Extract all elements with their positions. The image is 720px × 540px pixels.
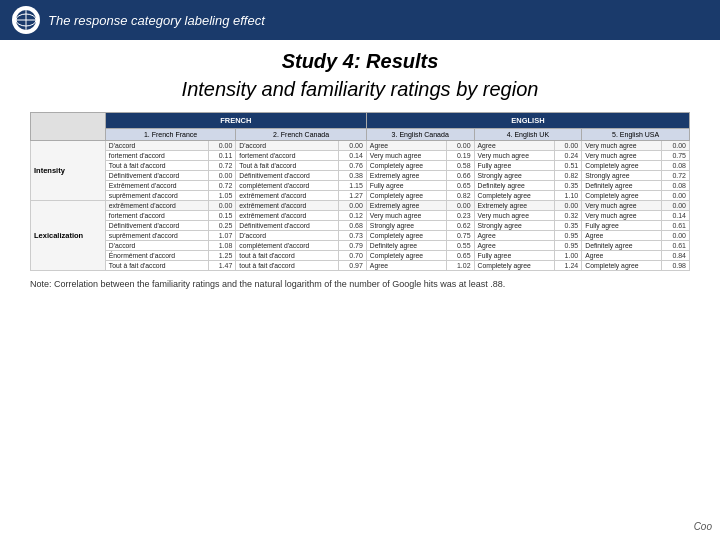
l-en5-term-4: Agree [582, 231, 662, 241]
intensity-section-row: Intensity D'accord 0.00 D'accord 0.00 Ag… [31, 141, 690, 151]
i-en4-term-4: Strongly agree [474, 171, 554, 181]
i-fr1-val-4: 0.00 [208, 171, 235, 181]
l-fr2-term-6: tout à fait d'accord [236, 251, 339, 261]
i-en4-term-6: Completely agree [474, 191, 554, 201]
l-en3-val-5: 0.55 [447, 241, 474, 251]
i-fr2-val-5: 1.15 [339, 181, 366, 191]
col-english-uk: 4. English UK [474, 129, 582, 141]
l-fr2-val-3: 0.68 [339, 221, 366, 231]
l-en3-term-7: Agree [366, 261, 446, 271]
header-bar: The response category labeling effect [0, 0, 720, 40]
l-fr1-term-6: Énormément d'accord [105, 251, 208, 261]
i-fr2-term-6: extrêmement d'accord [236, 191, 339, 201]
i-fr1-val-1: 0.00 [208, 141, 235, 151]
l-en5-term-6: Agree [582, 251, 662, 261]
l-fr2-term-2: extrêmement d'accord [236, 211, 339, 221]
l-en5-term-7: Completely agree [582, 261, 662, 271]
l-fr1-val-6: 1.25 [208, 251, 235, 261]
i-fr1-term-3: Tout à fait d'accord [105, 161, 208, 171]
l-en5-term-3: Fully agree [582, 221, 662, 231]
l-fr1-val-2: 0.15 [208, 211, 235, 221]
french-group-header: FRENCH [105, 113, 366, 129]
l-en4-val-7: 1.24 [554, 261, 581, 271]
intensity-row-2: fortement d'accord 0.11 fortement d'acco… [31, 151, 690, 161]
l-fr1-val-5: 1.08 [208, 241, 235, 251]
lexicalization-section-row: Lexicalization extrêmement d'accord 0.00… [31, 201, 690, 211]
i-fr2-term-2: fortement d'accord [236, 151, 339, 161]
l-fr1-val-1: 0.00 [208, 201, 235, 211]
l-en4-term-7: Completely agree [474, 261, 554, 271]
i-en5-val-5: 0.08 [662, 181, 690, 191]
l-fr1-val-7: 1.47 [208, 261, 235, 271]
data-table-container: FRENCH ENGLISH 1. French France 2. Frenc… [30, 112, 690, 271]
lexicalization-row-6: Énormément d'accord 1.25 tout à fait d'a… [31, 251, 690, 261]
lexicalization-row-3: Définitivement d'accord 0.25 Définitivem… [31, 221, 690, 231]
i-en4-val-2: 0.24 [554, 151, 581, 161]
i-en4-val-3: 0.51 [554, 161, 581, 171]
col-french-canada: 2. French Canada [236, 129, 367, 141]
l-en5-val-1: 0.00 [662, 201, 690, 211]
english-group-header: ENGLISH [366, 113, 689, 129]
i-en3-val-4: 0.66 [447, 171, 474, 181]
l-en4-term-6: Fully agree [474, 251, 554, 261]
i-en4-val-1: 0.00 [554, 141, 581, 151]
l-fr2-val-4: 0.73 [339, 231, 366, 241]
i-fr1-val-3: 0.72 [208, 161, 235, 171]
l-fr2-term-3: Définitivement d'accord [236, 221, 339, 231]
i-en5-term-1: Very much agree [582, 141, 662, 151]
i-en5-val-2: 0.75 [662, 151, 690, 161]
lexicalization-row-7: Tout à fait d'accord 1.47 tout à fait d'… [31, 261, 690, 271]
l-fr2-val-7: 0.97 [339, 261, 366, 271]
i-en4-term-5: Definitely agree [474, 181, 554, 191]
lexicalization-row-5: D'accord 1.08 complètement d'accord 0.79… [31, 241, 690, 251]
intensity-row-5: Extrêmement d'accord 0.72 complètement d… [31, 181, 690, 191]
study-subtitle: Intensity and familiarity ratings by reg… [30, 76, 690, 102]
l-en5-term-1: Very much agree [582, 201, 662, 211]
l-fr2-val-1: 0.00 [339, 201, 366, 211]
l-fr1-term-5: D'accord [105, 241, 208, 251]
main-content: Study 4: Results Intensity and familiari… [0, 40, 720, 297]
l-en5-val-5: 0.61 [662, 241, 690, 251]
l-en4-val-3: 0.35 [554, 221, 581, 231]
i-en3-val-5: 0.65 [447, 181, 474, 191]
i-en5-term-3: Completely agree [582, 161, 662, 171]
i-fr1-val-5: 0.72 [208, 181, 235, 191]
i-fr2-val-1: 0.00 [339, 141, 366, 151]
i-en5-val-1: 0.00 [662, 141, 690, 151]
i-fr1-val-2: 0.11 [208, 151, 235, 161]
intensity-label: Intensity [31, 141, 106, 201]
col-french-france: 1. French France [105, 129, 236, 141]
i-fr1-val-6: 1.05 [208, 191, 235, 201]
i-fr2-term-1: D'accord [236, 141, 339, 151]
lexicalization-label: Lexicalization [31, 201, 106, 271]
i-en3-term-5: Fully agree [366, 181, 446, 191]
i-en5-val-4: 0.72 [662, 171, 690, 181]
i-en4-term-2: Very much agree [474, 151, 554, 161]
bottom-right-label: Coo [694, 521, 712, 532]
l-en4-term-5: Agree [474, 241, 554, 251]
logo-icon [12, 6, 40, 34]
header-title: The response category labeling effect [48, 13, 265, 28]
i-en5-term-6: Completely agree [582, 191, 662, 201]
l-fr1-term-3: Définitivement d'accord [105, 221, 208, 231]
i-en3-term-4: Extremely agree [366, 171, 446, 181]
i-fr1-term-4: Définitivement d'accord [105, 171, 208, 181]
l-en5-term-2: Very much agree [582, 211, 662, 221]
l-en5-val-6: 0.84 [662, 251, 690, 261]
i-en5-term-2: Very much agree [582, 151, 662, 161]
l-fr1-term-7: Tout à fait d'accord [105, 261, 208, 271]
i-en3-term-1: Agree [366, 141, 446, 151]
l-en3-val-2: 0.23 [447, 211, 474, 221]
l-en3-term-1: Extremely agree [366, 201, 446, 211]
l-fr1-val-3: 0.25 [208, 221, 235, 231]
intensity-row-3: Tout à fait d'accord 0.72 Tout à fait d'… [31, 161, 690, 171]
results-table: FRENCH ENGLISH 1. French France 2. Frenc… [30, 112, 690, 271]
i-fr1-term-5: Extrêmement d'accord [105, 181, 208, 191]
i-en4-term-3: Fully agree [474, 161, 554, 171]
i-fr1-term-2: fortement d'accord [105, 151, 208, 161]
l-en3-term-2: Very much agree [366, 211, 446, 221]
l-en3-val-4: 0.75 [447, 231, 474, 241]
l-en4-term-4: Agree [474, 231, 554, 241]
lexicalization-row-2: fortement d'accord 0.15 extrêmement d'ac… [31, 211, 690, 221]
i-en5-term-4: Strongly agree [582, 171, 662, 181]
